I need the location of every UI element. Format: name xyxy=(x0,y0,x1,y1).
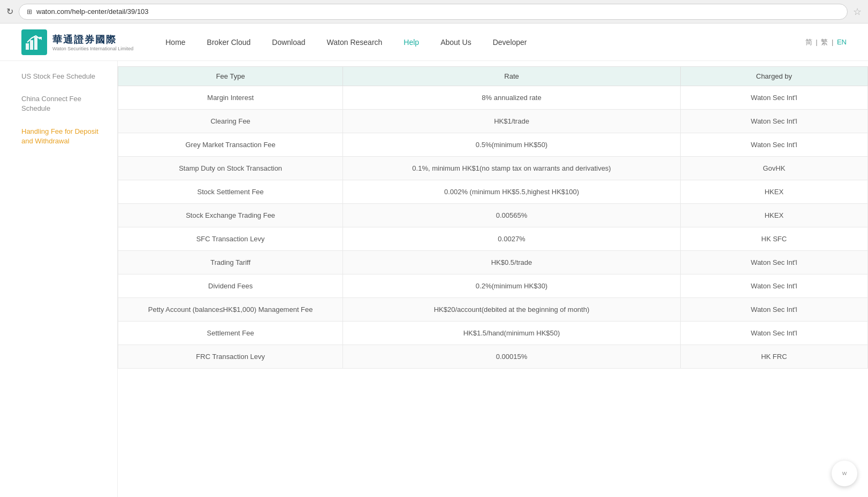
nav-help[interactable]: Help xyxy=(403,38,419,47)
nav-download[interactable]: Download xyxy=(272,38,305,47)
lang-switcher: 简 | 繁 | EN xyxy=(805,37,847,47)
svg-rect-0 xyxy=(26,43,29,50)
sidebar-item-us-stock[interactable]: US Stock Fee Schedule xyxy=(21,72,106,81)
fee-type-cell: Stock Settlement Fee xyxy=(118,180,343,204)
nav-about-us[interactable]: About Us xyxy=(440,38,471,47)
security-icon: ⊞ xyxy=(27,8,32,16)
table-row: Dividend Fees 0.2%(minimum HK$30) Waton … xyxy=(118,274,868,298)
logo-icon xyxy=(21,29,47,55)
charged-by-cell: HK SFC xyxy=(680,227,867,251)
fee-type-cell: Clearing Fee xyxy=(118,110,343,133)
table-row: Stamp Duty on Stock Transaction 0.1%, mi… xyxy=(118,157,868,180)
logo-text: 華通證券國際 Waton Securities International Li… xyxy=(52,33,133,51)
rate-cell: HK$1/trade xyxy=(343,110,680,133)
url-text: waton.com/help-center/detail/39/103 xyxy=(36,7,149,16)
lang-traditional[interactable]: 繁 xyxy=(821,38,828,46)
table-row: Petty Account (balance≤HK$1,000) Managem… xyxy=(118,298,868,322)
main-content: US Stock Fee Schedule China Connect Fee … xyxy=(0,61,868,497)
charged-by-cell: GovHK xyxy=(680,157,867,180)
fee-type-cell: SFC Transaction Levy xyxy=(118,227,343,251)
charged-by-cell: Waton Sec Int'l xyxy=(680,133,867,157)
svg-rect-1 xyxy=(30,40,33,50)
rate-cell: 8% annualized rate xyxy=(343,86,680,110)
table-row: Stock Settlement Fee 0.002% (minimum HK$… xyxy=(118,180,868,204)
fee-type-cell: Grey Market Transaction Fee xyxy=(118,133,343,157)
charged-by-cell: HKEX xyxy=(680,204,867,227)
table-row: FRC Transaction Levy 0.00015% HK FRC xyxy=(118,345,868,369)
rate-cell: 0.1%, minimum HK$1(no stamp tax on warra… xyxy=(343,157,680,180)
rate-cell: HK$20/account(debited at the beginning o… xyxy=(343,298,680,322)
table-row: Trading Tariff HK$0.5/trade Waton Sec In… xyxy=(118,251,868,274)
rate-cell: HK$0.5/trade xyxy=(343,251,680,274)
charged-by-cell: Waton Sec Int'l xyxy=(680,274,867,298)
charged-by-cell: Waton Sec Int'l xyxy=(680,298,867,322)
col-header-fee-type: Fee Type xyxy=(118,67,343,86)
charged-by-cell: Waton Sec Int'l xyxy=(680,86,867,110)
fee-type-cell: Margin Interest xyxy=(118,86,343,110)
nav-home[interactable]: Home xyxy=(165,38,185,47)
address-bar[interactable]: ⊞ waton.com/help-center/detail/39/103 xyxy=(19,4,848,20)
fee-type-cell: Trading Tariff xyxy=(118,251,343,274)
rate-cell: 0.0027% xyxy=(343,227,680,251)
site-header: 華通證券國際 Waton Securities International Li… xyxy=(0,24,868,61)
charged-by-cell: Waton Sec Int'l xyxy=(680,322,867,345)
charged-by-cell: Waton Sec Int'l xyxy=(680,110,867,133)
browser-chrome: ↻ ⊞ waton.com/help-center/detail/39/103 … xyxy=(0,0,868,24)
table-row: Grey Market Transaction Fee 0.5%(minimum… xyxy=(118,133,868,157)
logo-en: Waton Securities International Limited xyxy=(52,46,133,51)
col-header-rate: Rate xyxy=(343,67,680,86)
svg-rect-2 xyxy=(34,37,37,50)
fee-type-cell: Stock Exchange Trading Fee xyxy=(118,204,343,227)
main-nav: Home Broker Cloud Download Waton Researc… xyxy=(165,38,805,47)
table-row: Settlement Fee HK$1.5/hand(minimum HK$50… xyxy=(118,322,868,345)
nav-broker-cloud[interactable]: Broker Cloud xyxy=(207,38,251,47)
nav-developer[interactable]: Developer xyxy=(493,38,527,47)
charged-by-cell: HKEX xyxy=(680,180,867,204)
rate-cell: 0.00565% xyxy=(343,204,680,227)
fee-table: Fee Type Rate Charged by Margin Interest… xyxy=(118,66,868,369)
sidebar: US Stock Fee Schedule China Connect Fee … xyxy=(0,61,118,497)
sidebar-item-handling-fee[interactable]: Handling Fee for Deposit and Withdrawal xyxy=(21,127,106,146)
fee-type-cell: Petty Account (balance≤HK$1,000) Managem… xyxy=(118,298,343,322)
logo[interactable]: 華通證券國際 Waton Securities International Li… xyxy=(21,29,133,55)
charged-by-cell: Waton Sec Int'l xyxy=(680,251,867,274)
rate-cell: 0.00015% xyxy=(343,345,680,369)
table-row: Stock Exchange Trading Fee 0.00565% HKEX xyxy=(118,204,868,227)
fee-type-cell: Dividend Fees xyxy=(118,274,343,298)
rate-cell: 0.2%(minimum HK$30) xyxy=(343,274,680,298)
charged-by-cell: HK FRC xyxy=(680,345,867,369)
fee-type-cell: Settlement Fee xyxy=(118,322,343,345)
table-row: SFC Transaction Levy 0.0027% HK SFC xyxy=(118,227,868,251)
fee-type-cell: FRC Transaction Levy xyxy=(118,345,343,369)
rate-cell: HK$1.5/hand(minimum HK$50) xyxy=(343,322,680,345)
bookmark-icon[interactable]: ☆ xyxy=(853,6,862,18)
table-row: Margin Interest 8% annualized rate Waton… xyxy=(118,86,868,110)
rate-cell: 0.002% (minimum HK$5.5,highest HK$100) xyxy=(343,180,680,204)
winstall-widget[interactable]: W xyxy=(832,461,857,486)
lang-simplified[interactable]: 简 xyxy=(805,38,812,46)
sidebar-item-china-connect[interactable]: China Connect Fee Schedule xyxy=(21,94,106,113)
lang-english[interactable]: EN xyxy=(837,38,847,46)
col-header-charged-by: Charged by xyxy=(680,67,867,86)
fee-type-cell: Stamp Duty on Stock Transaction xyxy=(118,157,343,180)
rate-cell: 0.5%(minimum HK$50) xyxy=(343,133,680,157)
logo-cn: 華通證券國際 xyxy=(52,33,133,46)
table-row: Clearing Fee HK$1/trade Waton Sec Int'l xyxy=(118,110,868,133)
reload-button[interactable]: ↻ xyxy=(6,6,13,17)
fee-table-area: Fee Type Rate Charged by Margin Interest… xyxy=(118,61,868,497)
nav-waton-research[interactable]: Waton Research xyxy=(327,38,383,47)
